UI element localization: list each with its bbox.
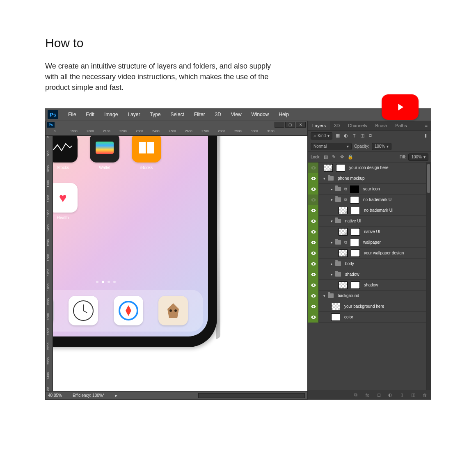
panel-menu-icon[interactable]: ≡ [422,121,431,130]
layer-thumbnail[interactable] [350,239,359,246]
visibility-toggle[interactable] [308,280,319,291]
lock-all-icon[interactable]: 🔒 [348,154,353,160]
ruler-vertical[interactable]: 0900100011001200130014001500160017001800… [46,136,53,391]
layer-row[interactable]: shadow [308,280,431,291]
delete-layer-icon[interactable]: 🗑 [422,392,428,398]
layer-name[interactable]: your wallpaper design [364,251,404,255]
visibility-toggle[interactable] [308,173,319,184]
layer-name[interactable]: native UI [364,229,380,234]
canvas[interactable]: ersStocksWalletiBooks ♥Health [53,136,307,391]
layer-row[interactable]: native UI [308,227,431,237]
tab-brush[interactable]: Brush [371,121,391,130]
opacity-input[interactable]: 100% ▾ [372,143,392,150]
filter-smart-icon[interactable]: ⧉ [368,133,373,139]
visibility-toggle[interactable] [308,248,319,259]
layer-row[interactable]: your wallpaper design [308,248,431,259]
layer-row[interactable]: ▾⧉no trademark UI [308,195,431,205]
visibility-toggle[interactable] [308,269,319,280]
tab-layers[interactable]: Layers [308,121,330,130]
layer-row[interactable]: ▾phone mockup [308,173,431,184]
layer-name[interactable]: your background here [344,304,384,309]
layer-name[interactable]: no trademark UI [364,208,394,213]
disclosure-icon[interactable]: ▾ [330,198,334,202]
filter-adjust-icon[interactable]: ◐ [343,133,349,139]
layer-row[interactable]: your background here [308,301,431,312]
horizontal-scrollbar[interactable] [198,393,305,398]
layer-name[interactable]: no trademark UI [363,197,393,202]
layer-row[interactable]: ▾shadow [308,269,431,280]
menu-3d[interactable]: 3D [211,112,225,117]
youtube-play-badge[interactable] [382,94,419,120]
layer-name[interactable]: body [345,261,354,266]
layer-name[interactable]: wallpaper [363,240,381,245]
maximize-button[interactable]: ▢ [285,122,295,128]
filter-shape-icon[interactable]: ◫ [359,133,365,139]
status-play-icon[interactable]: ▸ [115,393,117,398]
fill-input[interactable]: 100% ▾ [408,153,428,161]
new-group-icon[interactable]: ▯ [399,392,405,398]
layer-thumbnail[interactable] [339,249,348,257]
layer-row[interactable]: ▾native UI [308,216,431,227]
blend-mode-select[interactable]: Normal▾ [311,143,352,150]
adjustment-layer-icon[interactable]: ◐ [387,392,393,398]
layer-row[interactable]: ▾⧉wallpaper [308,237,431,248]
layer-name[interactable]: background [338,293,359,298]
layer-row[interactable]: your icon design here [308,162,431,173]
visibility-toggle[interactable] [308,162,319,173]
filter-toggle-icon[interactable]: ▮ [423,133,428,139]
layer-row[interactable]: color [308,312,431,323]
visibility-toggle[interactable] [308,291,319,301]
layer-thumbnail[interactable] [350,196,359,204]
menu-window[interactable]: Window [247,112,273,117]
layer-name[interactable]: your icon design here [349,165,389,170]
tab-3d[interactable]: 3D [330,121,344,130]
layer-thumbnail[interactable] [351,207,360,214]
visibility-toggle[interactable] [308,237,319,248]
visibility-toggle[interactable] [308,259,319,269]
lock-paint-icon[interactable]: ✎ [331,154,337,160]
tab-paths[interactable]: Paths [391,121,411,130]
visibility-toggle[interactable] [308,301,319,312]
close-button[interactable]: ✕ [296,122,306,128]
minimize-button[interactable]: — [275,122,284,128]
layer-thumbnail[interactable] [339,228,348,236]
zoom-level[interactable]: 40,05% [48,393,62,398]
menu-edit[interactable]: Edit [82,112,98,117]
layer-name[interactable]: your icon [363,187,380,191]
disclosure-icon[interactable]: ▸ [330,262,334,266]
menu-view[interactable]: View [227,112,246,117]
layer-name[interactable]: phone mockup [338,176,365,181]
lock-transparent-icon[interactable]: ▨ [323,154,329,160]
menu-image[interactable]: Image [100,112,122,117]
layer-row[interactable]: ▾background [308,291,431,301]
disclosure-icon[interactable]: ▾ [330,272,334,277]
disclosure-icon[interactable]: ▾ [330,240,334,245]
visibility-toggle[interactable] [308,216,319,227]
layer-thumbnail[interactable] [331,314,340,321]
layer-row[interactable]: no trademark UI [308,205,431,216]
lock-position-icon[interactable]: ✥ [339,154,345,160]
layer-row[interactable]: ▸body [308,259,431,269]
menu-layer[interactable]: Layer [124,112,144,117]
layer-thumbnail[interactable] [331,303,340,310]
layer-thumbnail[interactable] [350,185,359,193]
layer-thumbnail[interactable] [339,281,348,289]
filter-type-icon[interactable]: T [351,133,357,139]
layers-scrollbar[interactable] [426,162,431,390]
tab-channels[interactable]: Channels [344,121,371,130]
layer-thumbnail[interactable] [336,164,345,172]
disclosure-icon[interactable]: ▸ [330,187,334,191]
visibility-toggle[interactable] [308,205,319,216]
menu-file[interactable]: File [64,112,80,117]
visibility-toggle[interactable] [308,312,319,323]
filter-pixel-icon[interactable]: ▦ [335,133,341,139]
menu-help[interactable]: Help [275,112,293,117]
layer-thumbnail[interactable] [351,249,360,257]
menu-filter[interactable]: Filter [190,112,209,117]
ruler-horizontal[interactable]: 0190020002100220023002400250026002700280… [46,128,307,136]
disclosure-icon[interactable]: ▾ [322,176,326,181]
layer-name[interactable]: shadow [364,283,378,287]
layer-thumbnail[interactable] [351,281,360,289]
layer-name[interactable]: native UI [345,219,361,223]
layer-thumbnail[interactable] [324,164,333,172]
